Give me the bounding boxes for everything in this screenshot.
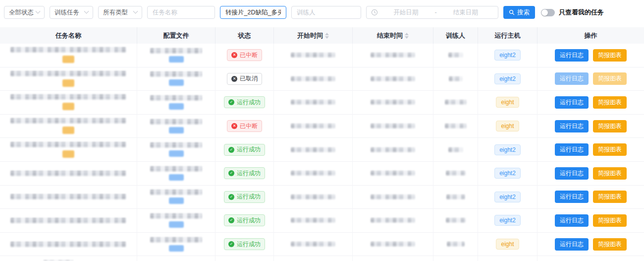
column-label: 开始时间 xyxy=(297,31,323,40)
redacted-trainer xyxy=(445,124,467,129)
config-file-cell xyxy=(137,162,215,186)
model-search-input[interactable] xyxy=(220,6,286,19)
report-chart-button[interactable]: 简报图表 xyxy=(593,214,627,227)
redacted-config-link[interactable] xyxy=(169,150,184,157)
status-badge: ✓ 运行成功 xyxy=(224,214,265,226)
status-icon: ✓ xyxy=(228,194,234,200)
redacted-start-time xyxy=(291,195,335,199)
redacted-task-tag xyxy=(62,150,74,158)
host-badge: eight2 xyxy=(494,215,521,226)
trainer-cell xyxy=(433,67,478,91)
start-time-cell xyxy=(274,115,353,138)
search-button[interactable]: 搜索 xyxy=(503,6,535,19)
redacted-end-time xyxy=(371,53,415,58)
report-chart-button[interactable]: 简报图表 xyxy=(593,49,627,62)
task-name-input[interactable] xyxy=(147,6,215,19)
status-badge: ✓ 运行成功 xyxy=(224,96,265,108)
sort-caret-icon[interactable] xyxy=(325,33,329,39)
task-type-filter-select[interactable]: 训练任务 xyxy=(50,6,93,19)
config-file-cell xyxy=(137,67,215,91)
redacted-config-link[interactable] xyxy=(169,197,184,204)
start-time-cell xyxy=(274,138,353,162)
my-tasks-toggle[interactable] xyxy=(541,9,555,16)
end-date-placeholder[interactable]: 结束日期 xyxy=(438,8,493,17)
status-badge: ✓ 运行成功 xyxy=(224,167,265,179)
run-log-button[interactable]: 运行日志 xyxy=(555,96,589,109)
report-chart-button[interactable]: 简报图表 xyxy=(593,191,627,203)
status-icon: ✕ xyxy=(231,76,237,82)
status-filter-select[interactable]: 全部状态 xyxy=(4,6,45,19)
run-log-button[interactable]: 运行日志 xyxy=(555,214,589,227)
host-cell: eight xyxy=(478,233,537,257)
report-chart-button[interactable]: 简报图表 xyxy=(593,238,627,251)
report-chart-button[interactable]: 简报图表 xyxy=(593,96,627,109)
table-row: ✕ 已中断 eight 运行日志 简报图表 xyxy=(0,115,644,138)
redacted-config-link[interactable] xyxy=(169,127,184,133)
table-row: ✕ 已中断 eight2 运行日志 简报图表 xyxy=(0,44,644,67)
redacted-end-time xyxy=(371,147,415,152)
column-header-end-time[interactable]: 结束时间 xyxy=(353,27,433,44)
redacted-start-time xyxy=(291,242,335,247)
run-log-button[interactable]: 运行日志 xyxy=(555,49,589,62)
report-chart-button[interactable]: 简报图表 xyxy=(593,72,627,85)
redacted-config-link[interactable] xyxy=(169,174,184,181)
report-chart-button[interactable]: 简报图表 xyxy=(593,143,627,156)
sort-caret-icon[interactable] xyxy=(405,33,409,39)
redacted-config-link[interactable] xyxy=(169,56,184,63)
redacted-config-name xyxy=(150,48,202,54)
category-filter-select[interactable]: 所有类型 xyxy=(98,6,142,19)
actions-cell: 运行日志 简报图表 xyxy=(537,209,644,233)
config-file-cell xyxy=(137,233,215,257)
host-cell: eight2 xyxy=(478,67,537,91)
redacted-end-time xyxy=(371,195,415,199)
search-button-label: 搜索 xyxy=(517,8,530,17)
actions-cell xyxy=(537,256,644,261)
host-badge: eight2 xyxy=(494,192,521,202)
table-row: ✓ 运行成功 eight 运行日志 简报图表 xyxy=(0,91,644,115)
run-log-button[interactable]: 运行日志 xyxy=(555,143,589,156)
redacted-config-link[interactable] xyxy=(169,245,184,252)
redacted-task-name xyxy=(10,218,126,223)
config-file-cell xyxy=(137,209,215,233)
actions-cell: 运行日志 简报图表 xyxy=(537,91,644,115)
run-log-button[interactable]: 运行日志 xyxy=(555,167,589,180)
redacted-start-time xyxy=(291,171,335,176)
run-log-button[interactable]: 运行日志 xyxy=(555,120,589,132)
redacted-trainer xyxy=(445,100,467,105)
trainer-cell xyxy=(433,115,478,138)
date-range-picker[interactable]: 开始日期 - 结束日期 xyxy=(366,6,498,19)
chevron-down-icon xyxy=(36,8,41,13)
report-chart-button[interactable]: 简报图表 xyxy=(593,167,627,180)
redacted-trainer xyxy=(446,171,466,176)
status-cell: ✓ 运行成功 xyxy=(215,138,274,162)
actions-cell: 运行日志 简报图表 xyxy=(537,233,644,257)
config-file-cell xyxy=(137,115,215,138)
start-date-placeholder[interactable]: 开始日期 xyxy=(378,8,433,17)
date-range-separator: - xyxy=(433,9,437,16)
report-chart-button[interactable]: 简报图表 xyxy=(593,120,627,132)
host-badge: eight xyxy=(496,97,519,108)
trainer-cell xyxy=(433,44,478,67)
run-log-button[interactable]: 运行日志 xyxy=(555,238,589,251)
config-file-cell xyxy=(137,138,215,162)
actions-cell: 运行日志 简报图表 xyxy=(537,44,644,67)
redacted-config-link[interactable] xyxy=(169,103,184,110)
run-log-button[interactable]: 运行日志 xyxy=(555,191,589,203)
table-row: ✓ 运行成功 eight2 运行日志 简报图表 xyxy=(0,162,644,186)
table-row: ✓ 运行成功 eight2 运行日志 简报图表 xyxy=(0,138,644,162)
host-cell: eight2 xyxy=(478,44,537,67)
redacted-config-name xyxy=(150,166,202,172)
redacted-start-time xyxy=(291,147,335,152)
start-time-cell xyxy=(274,67,353,91)
redacted-config-link[interactable] xyxy=(169,221,184,228)
table-row xyxy=(0,256,644,261)
run-log-button[interactable]: 运行日志 xyxy=(555,72,589,85)
host-cell: eight2 xyxy=(478,138,537,162)
table-row: ✕ 已取消 eight2 运行日志 简报图表 xyxy=(0,67,644,91)
redacted-start-time xyxy=(291,76,335,81)
redacted-config-link[interactable] xyxy=(169,79,184,86)
trainer-input[interactable] xyxy=(291,6,361,19)
column-header-start-time[interactable]: 开始时间 xyxy=(274,27,353,44)
task-type-filter-value: 训练任务 xyxy=(54,8,79,17)
host-cell xyxy=(478,256,537,261)
